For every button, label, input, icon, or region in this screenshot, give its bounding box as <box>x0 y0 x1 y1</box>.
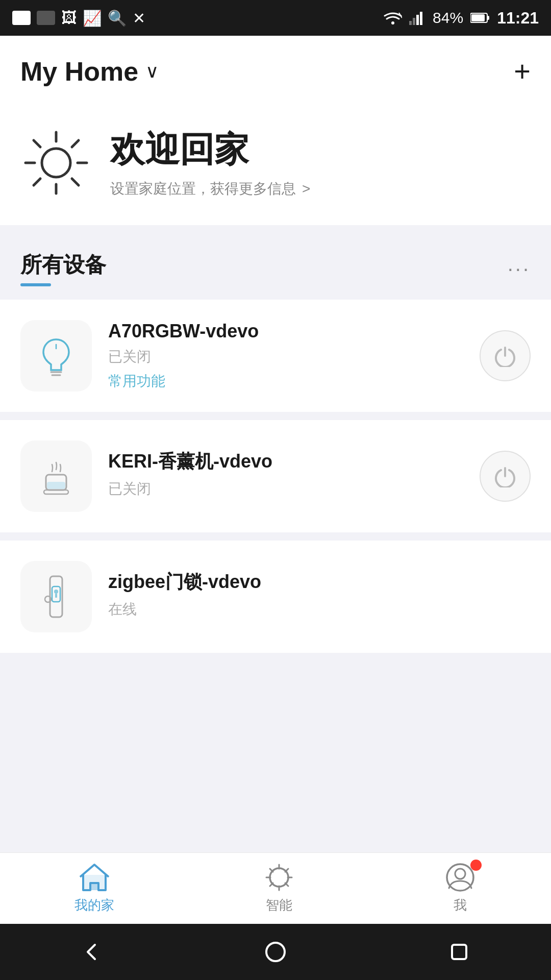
android-home-button[interactable] <box>264 941 287 963</box>
nav-item-profile[interactable]: 我 <box>444 863 477 914</box>
signal-icon <box>409 11 425 25</box>
power-icon-diffuser <box>494 465 516 487</box>
welcome-subtitle[interactable]: 设置家庭位置，获得更多信息 > <box>110 179 310 199</box>
svg-rect-3 <box>413 18 415 25</box>
svg-line-15 <box>72 179 79 185</box>
svg-point-26 <box>54 590 58 594</box>
svg-rect-5 <box>420 12 422 25</box>
header: My Home ∨ + <box>0 36 551 102</box>
profile-badge <box>470 860 482 871</box>
battery-icon <box>470 12 490 23</box>
profile-icon-wrap <box>444 863 477 892</box>
svg-rect-42 <box>452 945 466 959</box>
add-button[interactable]: + <box>514 57 531 86</box>
wifi-icon <box>384 11 402 25</box>
device-status-lock: 在线 <box>108 600 531 619</box>
app-icon-1 <box>12 11 31 25</box>
svg-rect-2 <box>409 21 412 25</box>
time-display: 11:21 <box>497 9 539 28</box>
smart-icon-wrap <box>263 863 295 892</box>
section-underline <box>20 283 51 286</box>
circle-icon <box>264 941 287 963</box>
header-title-group[interactable]: My Home ∨ <box>20 56 159 87</box>
battery-text: 84% <box>433 9 463 27</box>
android-nav <box>0 924 551 980</box>
device-card-lock[interactable]: zigbee门锁-vdevo 在线 <box>0 541 551 653</box>
home-icon <box>78 863 111 892</box>
smart-icon <box>263 863 295 892</box>
status-bar: 🖼 📈 🔍 ✕ 84% <box>0 0 551 36</box>
svg-line-17 <box>34 179 40 185</box>
device-info-lock: zigbee门锁-vdevo 在线 <box>108 570 531 624</box>
power-button-light[interactable] <box>480 330 531 381</box>
nav-label-profile: 我 <box>454 896 467 914</box>
device-info-light: A70RGBW-vdevo 已关闭 常用功能 <box>108 321 463 391</box>
power-icon-light <box>494 345 516 367</box>
device-func-light[interactable]: 常用功能 <box>108 372 463 391</box>
gallery-icon: 🖼 <box>61 9 77 27</box>
device-status-diffuser: 已关闭 <box>108 479 463 499</box>
home-icon-wrap <box>78 863 111 892</box>
divider-1 <box>0 225 551 235</box>
svg-rect-23 <box>44 490 68 494</box>
page-title: My Home <box>20 56 138 87</box>
android-recents-button[interactable] <box>448 941 470 963</box>
svg-line-36 <box>285 883 288 886</box>
svg-point-41 <box>266 943 285 961</box>
arrow-icon: > <box>302 181 310 197</box>
device-info-diffuser: KERI-香薰机-vdevo 已关闭 <box>108 449 463 504</box>
recents-icon <box>448 941 470 963</box>
nav-item-home[interactable]: 我的家 <box>74 863 114 914</box>
device-status-light: 已关闭 <box>108 347 463 366</box>
device-icon-lock <box>20 561 92 632</box>
svg-line-16 <box>72 140 79 147</box>
power-button-diffuser[interactable] <box>480 451 531 502</box>
svg-rect-7 <box>487 16 489 20</box>
app-icon-2 <box>37 11 55 25</box>
more-button[interactable]: ··· <box>508 257 531 280</box>
section-header: 所有设备 ··· <box>0 235 551 291</box>
svg-rect-4 <box>416 15 419 25</box>
nav-label-smart: 智能 <box>266 896 292 914</box>
device-card-light[interactable]: A70RGBW-vdevo 已关闭 常用功能 <box>0 300 551 412</box>
status-bar-right: 84% 11:21 <box>384 9 539 28</box>
search-icon: 🔍 <box>108 9 127 27</box>
device-icon-diffuser <box>20 440 92 512</box>
device-name-diffuser: KERI-香薰机-vdevo <box>108 449 463 474</box>
section-title-wrap: 所有设备 <box>20 251 106 286</box>
nav-item-smart[interactable]: 智能 <box>263 863 295 914</box>
svg-point-9 <box>42 149 70 177</box>
back-icon <box>81 941 103 963</box>
svg-line-38 <box>270 883 273 886</box>
svg-rect-29 <box>90 883 98 890</box>
welcome-title: 欢迎回家 <box>110 127 310 173</box>
device-name-light: A70RGBW-vdevo <box>108 321 463 342</box>
chevron-down-icon[interactable]: ∨ <box>145 61 159 82</box>
svg-rect-22 <box>47 482 65 489</box>
nav-label-home: 我的家 <box>74 896 114 914</box>
device-name-lock: zigbee门锁-vdevo <box>108 570 531 595</box>
devices-list: A70RGBW-vdevo 已关闭 常用功能 <box>0 291 551 661</box>
svg-rect-27 <box>55 594 57 598</box>
svg-rect-8 <box>471 14 485 21</box>
device-card-diffuser[interactable]: KERI-香薰机-vdevo 已关闭 <box>0 420 551 532</box>
svg-line-35 <box>270 869 273 872</box>
chart-icon: 📈 <box>83 9 102 27</box>
close-icon: ✕ <box>133 9 145 27</box>
welcome-text-group: 欢迎回家 设置家庭位置，获得更多信息 > <box>110 127 310 199</box>
svg-line-14 <box>34 140 40 147</box>
device-icon-light <box>20 320 92 391</box>
welcome-banner: 欢迎回家 设置家庭位置，获得更多信息 > <box>0 102 551 225</box>
svg-line-37 <box>285 869 288 872</box>
svg-point-0 <box>391 21 394 24</box>
android-back-button[interactable] <box>81 941 103 963</box>
sun-icon <box>20 127 92 199</box>
bottom-nav: 我的家 智能 <box>0 852 551 924</box>
section-title: 所有设备 <box>20 251 106 279</box>
svg-point-40 <box>455 869 465 879</box>
status-bar-left: 🖼 📈 🔍 ✕ <box>12 9 145 27</box>
